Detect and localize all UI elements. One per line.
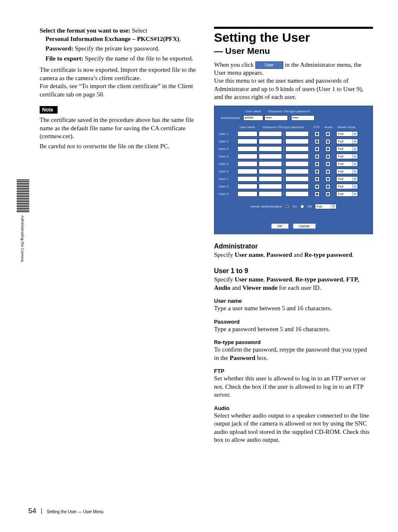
ftp-heading: FTP bbox=[214, 368, 373, 374]
user-label: User 7 bbox=[219, 177, 236, 181]
audio-checkbox[interactable] bbox=[325, 184, 330, 189]
admin-password2-input[interactable]: ••••• bbox=[291, 115, 315, 121]
audio-heading: Audio bbox=[214, 405, 373, 411]
audio-checkbox[interactable] bbox=[325, 154, 330, 159]
side-tab-bars bbox=[17, 180, 29, 213]
user-password2-input[interactable] bbox=[285, 146, 309, 152]
user-password2-input[interactable] bbox=[285, 139, 309, 144]
user-password-input[interactable] bbox=[259, 131, 282, 137]
ftp-checkbox[interactable] bbox=[315, 162, 320, 167]
user-label: User 4 bbox=[219, 155, 236, 158]
user-username-input[interactable] bbox=[237, 139, 257, 144]
intro-para-2: Use this menu to set the user names and … bbox=[214, 77, 373, 101]
hdr-username-2: User name bbox=[237, 125, 257, 130]
user-row: User 2/Full▾ bbox=[219, 138, 368, 145]
username-heading: User name bbox=[214, 298, 373, 304]
viewer-auth-off-radio[interactable] bbox=[300, 205, 304, 208]
user-row: User 6/Full▾ bbox=[219, 168, 368, 175]
viewer-mode-select[interactable]: Full▾ bbox=[336, 176, 358, 182]
ftp-checkbox[interactable] bbox=[315, 169, 320, 174]
audio-para: Select whether audio output to a speaker… bbox=[214, 412, 373, 444]
retype-heading: Re-type password bbox=[214, 339, 373, 345]
user-username-input[interactable] bbox=[237, 131, 257, 137]
intro-para: When you click User in the Administrator… bbox=[214, 61, 373, 77]
user-password-input[interactable] bbox=[259, 184, 282, 189]
viewer-mode-select[interactable]: Full▾ bbox=[336, 154, 358, 159]
viewer-mode-select[interactable]: Full▾ bbox=[336, 131, 358, 137]
audio-checkbox[interactable] bbox=[325, 177, 330, 182]
hdr-username: User name bbox=[243, 109, 263, 114]
audio-checkbox[interactable] bbox=[325, 192, 330, 197]
hdr-password: Password / Re-type password bbox=[264, 109, 314, 114]
admin-username-input[interactable]: admin bbox=[243, 115, 263, 121]
audio-checkbox[interactable] bbox=[325, 139, 330, 144]
ok-button[interactable]: OK bbox=[271, 223, 289, 229]
user-username-input[interactable] bbox=[237, 184, 257, 189]
ftp-checkbox[interactable] bbox=[315, 184, 320, 189]
viewer-mode-select[interactable]: Full▾ bbox=[336, 161, 358, 167]
password-heading: Password bbox=[214, 319, 373, 325]
user-password-input[interactable] bbox=[259, 169, 282, 174]
viewer-mode-select[interactable]: Full▾ bbox=[336, 184, 358, 189]
user-username-input[interactable] bbox=[237, 169, 257, 174]
viewer-auth-on-radio[interactable] bbox=[285, 205, 289, 208]
select-format-line: Select the format you want to use: Selec… bbox=[40, 27, 198, 43]
side-tab-text: Administrating the Camera bbox=[20, 215, 25, 262]
user-password-input[interactable] bbox=[259, 191, 282, 197]
file-export-line: File to export: Specify the name of the … bbox=[45, 55, 198, 63]
hdr-viewer-mode: Viewer mode bbox=[335, 125, 357, 130]
chevron-down-icon: ▾ bbox=[352, 169, 358, 174]
hdr-ftp: FTP bbox=[314, 125, 319, 130]
chevron-down-icon: ▾ bbox=[331, 204, 336, 209]
user-username-input[interactable] bbox=[237, 154, 257, 159]
user-password-input[interactable] bbox=[259, 161, 282, 167]
audio-checkbox[interactable] bbox=[325, 169, 330, 174]
select-format-value: Personal Information Exchange – PKCS#12(… bbox=[45, 35, 179, 42]
user-username-input[interactable] bbox=[237, 191, 257, 197]
user-password2-input[interactable] bbox=[285, 131, 309, 137]
viewer-mode-select[interactable]: Full▾ bbox=[336, 146, 358, 152]
user-password-input[interactable] bbox=[259, 154, 282, 159]
viewer-mode-select[interactable]: Full▾ bbox=[336, 191, 358, 197]
cancel-button[interactable]: Cancel bbox=[293, 223, 316, 229]
password-para: Type a password between 5 and 16 charact… bbox=[214, 325, 373, 334]
note-para-2: Be careful not to overwrite the file on … bbox=[40, 142, 198, 151]
admin-password-input[interactable]: ••••• bbox=[264, 115, 288, 121]
note-label: Note bbox=[40, 106, 58, 114]
user-password2-input[interactable] bbox=[285, 191, 309, 197]
user-label: User 3 bbox=[219, 147, 236, 151]
page-subtitle: — User Menu bbox=[214, 46, 373, 56]
viewer-mode-select[interactable]: Full▾ bbox=[336, 169, 358, 174]
user-password2-input[interactable] bbox=[285, 176, 309, 182]
viewer-auth-off-label: Off bbox=[307, 205, 312, 208]
user-menu-button[interactable]: User bbox=[255, 61, 283, 69]
ftp-checkbox[interactable] bbox=[315, 154, 320, 159]
audio-checkbox[interactable] bbox=[325, 132, 330, 137]
footer: 54 Setting the User — User Menu bbox=[28, 507, 103, 515]
user-password-input[interactable] bbox=[259, 176, 282, 182]
user-password2-input[interactable] bbox=[285, 184, 309, 189]
audio-checkbox[interactable] bbox=[325, 147, 330, 152]
ftp-checkbox[interactable] bbox=[315, 139, 320, 144]
user-username-input[interactable] bbox=[237, 146, 257, 152]
select-format-label: Select the format you want to use: bbox=[40, 27, 130, 34]
user-password-input[interactable] bbox=[259, 139, 282, 144]
chevron-down-icon: ▾ bbox=[352, 132, 358, 136]
audio-checkbox[interactable] bbox=[325, 162, 330, 167]
ftp-checkbox[interactable] bbox=[315, 147, 320, 152]
user-password2-input[interactable] bbox=[285, 169, 309, 174]
user-password2-input[interactable] bbox=[285, 161, 309, 167]
user-password2-input[interactable] bbox=[285, 154, 309, 159]
user-row: User 1/Full▾ bbox=[219, 130, 368, 138]
user-username-input[interactable] bbox=[237, 176, 257, 182]
viewer-mode-select[interactable]: Full▾ bbox=[336, 139, 358, 144]
user-menu-panel: User name Password / Re-type password Ad… bbox=[214, 106, 373, 234]
viewer-auth-mode-select[interactable]: Full ▾ bbox=[315, 204, 337, 209]
ftp-checkbox[interactable] bbox=[315, 132, 320, 137]
ftp-checkbox[interactable] bbox=[315, 192, 320, 197]
ftp-checkbox[interactable] bbox=[315, 177, 320, 182]
hdr-audio: Audio bbox=[325, 125, 330, 130]
user-username-input[interactable] bbox=[237, 161, 257, 167]
right-column: Setting the User — User Menu When you cl… bbox=[214, 27, 373, 446]
user-password-input[interactable] bbox=[259, 146, 282, 152]
